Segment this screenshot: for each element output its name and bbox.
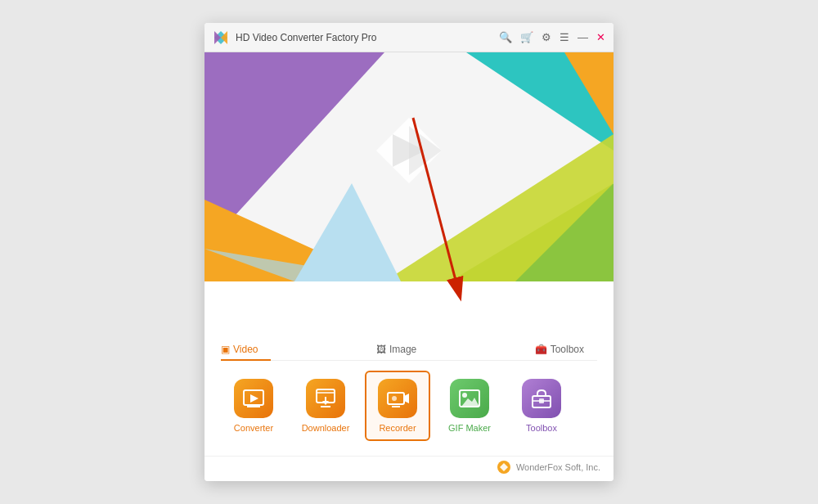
svg-marker-18 — [250, 394, 258, 403]
converter-icon — [242, 387, 265, 410]
app-window: HD Video Converter Factory Pro 🔍 🛒 ⚙ ☰ —… — [204, 23, 614, 481]
downloader-icon-wrap — [306, 379, 345, 418]
recorder-button[interactable]: Recorder — [365, 371, 430, 441]
title-bar: HD Video Converter Factory Pro 🔍 🛒 ⚙ ☰ —… — [204, 23, 614, 52]
gifmaker-icon-wrap — [450, 379, 489, 418]
toolbar: ▣ Video 🖼 Image 🧰 Toolbox — [204, 337, 614, 456]
settings-icon[interactable]: ⚙ — [542, 31, 551, 43]
cart-icon[interactable]: 🛒 — [520, 31, 533, 43]
app-title: HD Video Converter Factory Pro — [236, 32, 499, 43]
downloader-button[interactable]: Downloader — [293, 371, 358, 441]
downloader-icon — [314, 387, 337, 410]
tab-spacer — [271, 337, 375, 360]
window-controls: 🔍 🛒 ⚙ ☰ — ✕ — [499, 31, 605, 43]
video-tab-icon: ▣ — [221, 344, 230, 355]
toolbox-tab-icon: 🧰 — [535, 344, 547, 355]
items-row: Converter Downloader — [221, 361, 597, 448]
svg-point-31 — [462, 393, 467, 398]
image-tab-icon: 🖼 — [376, 344, 386, 355]
recorder-icon — [386, 387, 409, 410]
svg-point-28 — [392, 396, 397, 401]
gifmaker-button[interactable]: GIF Maker — [437, 371, 502, 441]
recorder-label: Recorder — [379, 423, 416, 433]
search-icon[interactable]: 🔍 — [499, 31, 512, 43]
menu-icon[interactable]: ☰ — [560, 31, 569, 43]
tab-toolbox[interactable]: 🧰 Toolbox — [535, 337, 597, 360]
gifmaker-icon — [458, 387, 481, 410]
recorder-icon-wrap — [378, 379, 417, 418]
toolbox-button[interactable]: Toolbox — [509, 371, 574, 441]
company-name: WonderFox Soft, Inc. — [516, 462, 600, 472]
footer: WonderFox Soft, Inc. — [204, 456, 614, 481]
toolbox-icon — [530, 387, 553, 410]
minimize-icon[interactable]: — — [578, 31, 588, 43]
tab-bar: ▣ Video 🖼 Image 🧰 Toolbox — [221, 337, 597, 361]
hero-background — [204, 52, 614, 281]
converter-button[interactable]: Converter — [221, 371, 286, 441]
app-logo-icon — [213, 29, 229, 46]
gifmaker-label: GIF Maker — [448, 423, 491, 433]
tab-video[interactable]: ▣ Video — [221, 337, 271, 360]
close-icon[interactable]: ✕ — [596, 31, 605, 43]
svg-marker-30 — [461, 398, 479, 407]
tab-image[interactable]: 🖼 Image — [376, 337, 429, 360]
svg-rect-34 — [539, 398, 544, 403]
downloader-label: Downloader — [302, 423, 350, 433]
wonderfox-logo-icon — [497, 460, 511, 475]
toolbox-label: Toolbox — [526, 423, 557, 433]
image-tab-label: Image — [389, 344, 416, 355]
tab-spacer2 — [429, 337, 534, 360]
converter-label: Converter — [234, 423, 273, 433]
hero-banner — [204, 52, 614, 337]
converter-icon-wrap — [234, 379, 273, 418]
toolbox-icon-wrap — [522, 379, 561, 418]
toolbox-tab-label: Toolbox — [551, 344, 584, 355]
video-tab-label: Video — [233, 344, 258, 355]
